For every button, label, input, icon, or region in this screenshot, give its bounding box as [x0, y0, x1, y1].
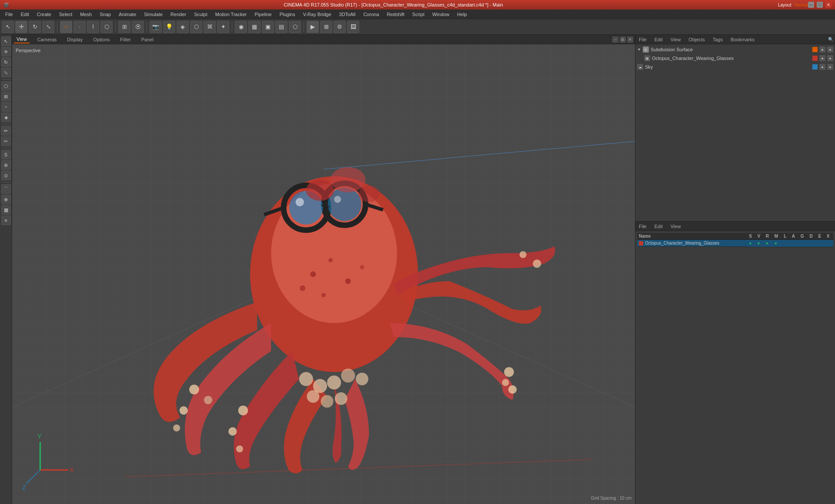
tab-view[interactable]: View	[14, 36, 30, 43]
menu-item-plugins[interactable]: Plugins	[276, 11, 299, 18]
obj-vis-octopus[interactable]: ●	[819, 55, 825, 61]
attr-tab-file[interactable]: File	[637, 223, 648, 230]
om-search[interactable]: 🔍	[828, 37, 833, 42]
lt-knife[interactable]: ✂	[1, 136, 11, 146]
menu-item-v-ray-bridge[interactable]: V-Ray Bridge	[300, 11, 335, 18]
edge-mode-btn[interactable]: ⌇	[87, 21, 99, 33]
lt-spline[interactable]: ~	[1, 102, 11, 112]
light-btn[interactable]: 💡	[163, 21, 175, 33]
cursor-tool[interactable]: ↖	[2, 21, 14, 33]
lt-move[interactable]: ✛	[1, 47, 11, 56]
menu-item-select[interactable]: Select	[56, 11, 76, 18]
uvw-btn[interactable]: ▤	[275, 21, 287, 33]
particle-btn[interactable]: ✦	[217, 21, 229, 33]
tab-panel[interactable]: Panel	[139, 36, 156, 43]
lt-rotate[interactable]: ↻	[1, 57, 11, 67]
tab-display[interactable]: Display	[64, 36, 85, 43]
attr-tab-view[interactable]: View	[669, 223, 683, 230]
svg-point-45	[321, 395, 334, 408]
object-mode-btn[interactable]: ○	[60, 21, 72, 33]
viewport-expand[interactable]: ↔	[612, 36, 618, 43]
om-tab-objects[interactable]: Objects	[687, 36, 706, 43]
camera-btn[interactable]: 📷	[150, 21, 162, 33]
snap-tool[interactable]: ⊞	[118, 21, 130, 33]
om-tab-view[interactable]: View	[669, 36, 683, 43]
scale-tool[interactable]: ⤡	[42, 21, 54, 33]
menu-item-redshift[interactable]: Redshift	[384, 11, 408, 18]
lt-paint[interactable]: ⊙	[1, 171, 11, 180]
picture-viewer-btn[interactable]: 🖼	[347, 21, 359, 33]
lt-hair[interactable]: ≡	[1, 216, 11, 225]
menu-item-window[interactable]: Window	[429, 11, 453, 18]
obj-vis-subdiv[interactable]: ●	[819, 46, 825, 53]
maximize-button[interactable]: □	[817, 2, 823, 8]
menu-item-edit[interactable]: Edit	[17, 11, 33, 18]
viewport-close[interactable]: ✕	[627, 36, 633, 43]
move-tool[interactable]: ✛	[15, 21, 27, 33]
material-btn[interactable]: ◉	[235, 21, 247, 33]
menu-item-create[interactable]: Create	[33, 11, 55, 18]
soft-selection-btn[interactable]: ⦿	[132, 21, 144, 33]
obj-render-sky[interactable]: ●	[827, 64, 833, 70]
om-tab-bookmarks[interactable]: Bookmarks	[729, 36, 756, 43]
menu-item-3dtoall[interactable]: 3DToAll	[336, 11, 359, 18]
lt-poly[interactable]: ⬡	[1, 81, 11, 91]
menu-item-help[interactable]: Help	[454, 11, 471, 18]
object-row-sky[interactable]: ☁ Sky ● ●	[635, 63, 835, 71]
obj-expand-arrow[interactable]: ▼	[637, 47, 641, 52]
render-region-btn[interactable]: ⊠	[320, 21, 332, 33]
menu-item-corona[interactable]: Corona	[360, 11, 382, 18]
lt-twist[interactable]: ⊕	[1, 195, 11, 204]
polygon-mode-btn[interactable]: ⬡	[100, 21, 113, 33]
lt-mesh[interactable]: ⊞	[1, 92, 11, 101]
menu-item-sculpt[interactable]: Sculpt	[190, 11, 211, 18]
menu-item-animate[interactable]: Animate	[115, 11, 140, 18]
render-btn[interactable]: ▶	[307, 21, 319, 33]
menu-item-mesh[interactable]: Mesh	[77, 11, 95, 18]
viewport-fullscreen[interactable]: ⊞	[620, 36, 626, 43]
obj-render-octopus[interactable]: ●	[827, 55, 833, 61]
attr-tab-edit[interactable]: Edit	[653, 223, 665, 230]
lt-scale[interactable]: ⤡	[1, 68, 11, 77]
tab-options[interactable]: Options	[90, 36, 112, 43]
tab-cameras[interactable]: Cameras	[35, 36, 60, 43]
lt-brush[interactable]: ⊛	[1, 160, 11, 170]
om-tab-tags[interactable]: Tags	[711, 36, 725, 43]
lt-sep-4	[2, 182, 10, 182]
obj-render-subdiv[interactable]: ●	[827, 46, 833, 53]
menu-item-script[interactable]: Script	[409, 11, 428, 18]
om-tab-edit[interactable]: Edit	[653, 36, 665, 43]
point-mode-btn[interactable]: ·	[73, 21, 86, 33]
lt-select[interactable]: ↖	[1, 36, 11, 46]
rotate-tool[interactable]: ↻	[29, 21, 41, 33]
object-row-subdivision[interactable]: ▼ ⊞ Subdivision Surface ● ●	[635, 45, 835, 54]
lt-pen[interactable]: ✏	[1, 126, 11, 136]
menu-item-snap[interactable]: Snap	[96, 11, 114, 18]
close-button[interactable]: ✕	[825, 2, 832, 8]
nurbs-btn[interactable]: ◈	[177, 21, 189, 33]
lt-bend[interactable]: ⌒	[1, 184, 11, 194]
lt-nurbs[interactable]: ◈	[1, 113, 11, 122]
minimize-button[interactable]: ─	[808, 2, 814, 8]
selection-btn[interactable]: ⬡	[289, 21, 301, 33]
viewport[interactable]: Perspective	[12, 44, 635, 504]
lt-magnet[interactable]: S	[1, 150, 11, 159]
primitive-btn[interactable]: ⬡	[190, 21, 202, 33]
render-settings-btn[interactable]: ⚙	[334, 21, 346, 33]
deformer-btn[interactable]: ⌘	[204, 21, 216, 33]
object-row-octopus[interactable]: ▦ Octopus_Character_Wearing_Glasses ● ●	[635, 54, 835, 63]
texture2-btn[interactable]: ▣	[262, 21, 274, 33]
om-tab-file[interactable]: File	[637, 36, 648, 43]
menu-item-simulate[interactable]: Simulate	[140, 11, 166, 18]
texture-btn[interactable]: ▦	[248, 21, 261, 33]
tab-filter[interactable]: Filter	[117, 36, 133, 43]
lt-grid[interactable]: ▦	[1, 205, 11, 215]
menu-item-render[interactable]: Render	[167, 11, 190, 18]
toolbar-sep-2	[115, 22, 116, 32]
menu-item-file[interactable]: File	[2, 11, 17, 18]
menu-item-pipeline[interactable]: Pipeline	[251, 11, 275, 18]
table-row[interactable]: Octopus_Character_Wearing_Glasses ● ● ● …	[637, 240, 833, 247]
obj-vis-sky[interactable]: ●	[819, 64, 825, 70]
svg-point-37	[360, 265, 364, 269]
menu-item-motion-tracker[interactable]: Motion Tracker	[212, 11, 250, 18]
